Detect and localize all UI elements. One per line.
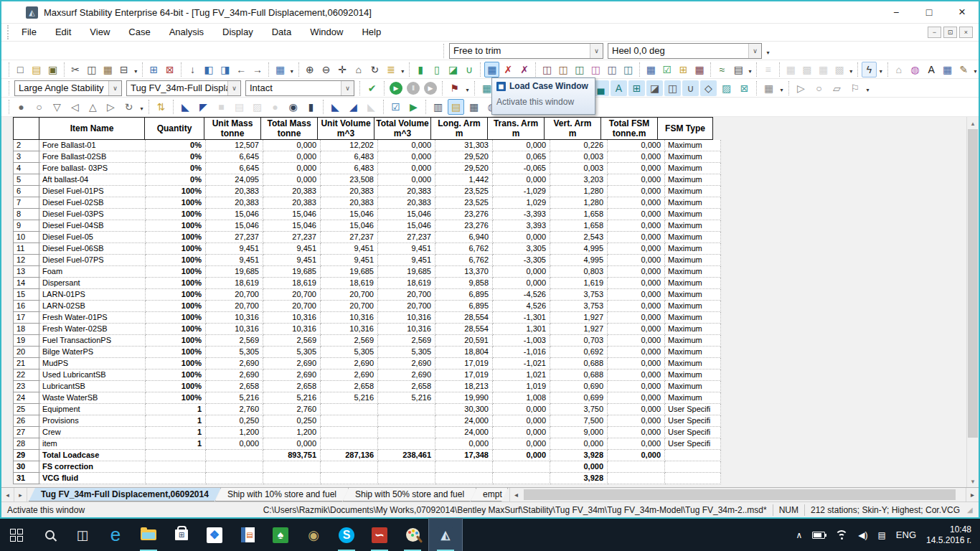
clock[interactable]: 10:48 14.5.2016 г.	[926, 524, 971, 546]
grid-cell[interactable]: 0,003	[550, 163, 608, 174]
fill-x-icon[interactable]: ⊠	[736, 80, 753, 96]
grid-cell[interactable]: Maximum	[665, 140, 721, 151]
grid-cell[interactable]: 100%	[146, 197, 206, 209]
scroll-down-button[interactable]: ▾	[967, 475, 979, 487]
grid-cell[interactable]: 2,543	[550, 232, 608, 243]
grid-cell[interactable]: 23,525	[435, 186, 493, 197]
grid-cell[interactable]: 0,000	[608, 163, 665, 174]
grid-cell[interactable]: 3,753	[550, 289, 608, 301]
grid-cell[interactable]: Maximum	[665, 197, 721, 209]
grid-cell[interactable]: Maximum	[665, 186, 721, 197]
grid-cell[interactable]: 23,508	[321, 174, 378, 186]
grid-cell[interactable]: 2,569	[263, 335, 321, 347]
scroll-up-button[interactable]: ▴	[967, 117, 979, 129]
row-header-cell[interactable]: 25	[13, 404, 39, 415]
grid-cell[interactable]: 3,928	[550, 473, 608, 484]
grid-cell[interactable]: 100%	[146, 209, 206, 220]
grid-cell[interactable]: 100%	[146, 347, 206, 358]
sheet-tab-2[interactable]: Ship with 50% store and fuel	[343, 488, 476, 501]
grid-cell[interactable]: 0,000	[608, 324, 665, 335]
trim-knife-icon[interactable]: ϟ	[862, 62, 877, 77]
grid-cell[interactable]: 6,762	[435, 243, 493, 255]
grid-cell[interactable]: 18,619	[206, 278, 263, 289]
grid-cell[interactable]: -4,526	[493, 289, 550, 301]
grid-cell[interactable]: 9,451	[263, 255, 321, 266]
grid-cell[interactable]: 27,237	[263, 232, 321, 243]
move-column-left-icon[interactable]: ←	[234, 62, 249, 77]
grid-cell[interactable]: Fresh Water-02SB	[39, 324, 146, 335]
grid-cell[interactable]: 0,000	[608, 427, 665, 438]
grid-group-caret[interactable]: ▾	[847, 62, 854, 77]
column-header-fsm-type[interactable]: FSM Type	[657, 117, 713, 140]
mdi-restore-button[interactable]: ⊡	[943, 27, 957, 38]
analysis-type-select[interactable]: Large Angle Stability∨	[14, 80, 122, 96]
grid-cell[interactable]: 1,927	[550, 312, 608, 324]
grid-cell[interactable]	[665, 461, 721, 473]
grid-cell[interactable]: 20,700	[378, 289, 435, 301]
grid-cell[interactable]: 27,237	[321, 232, 378, 243]
column-header-long-arm[interactable]: Long. Armm	[430, 117, 488, 140]
grid-cell[interactable]: 2,569	[321, 335, 378, 347]
grid-cell[interactable]: 5,305	[263, 347, 321, 358]
reader-app-icon[interactable]: ∽	[363, 519, 396, 551]
grid-cell[interactable]: 0,000	[493, 278, 550, 289]
grid-cell[interactable]: 2,690	[206, 358, 263, 369]
edge-icon[interactable]: e	[99, 519, 132, 551]
table-pencil-icon[interactable]: ✎	[956, 62, 971, 77]
grid-cell[interactable]: 20,700	[206, 289, 263, 301]
grid-cell[interactable]: 29,520	[435, 151, 493, 163]
grid-cell[interactable]: 23,525	[435, 197, 493, 209]
grid-cell[interactable]: Maximum	[665, 174, 721, 186]
home-view-icon[interactable]: ⌂	[351, 62, 366, 77]
grid-cell[interactable]: 24,000	[435, 415, 493, 427]
grid-cell[interactable]: 0,250	[206, 415, 263, 427]
grid-cell[interactable]: 0,000	[608, 392, 665, 404]
grid-cell[interactable]	[608, 473, 665, 484]
row-header-cell[interactable]: 23	[13, 381, 39, 392]
triangle-left-icon[interactable]: ◁	[67, 99, 83, 115]
menu-item-display[interactable]: Display	[213, 24, 263, 41]
boat-waterline-icon[interactable]: ◢	[345, 99, 362, 115]
grid-cell[interactable]: 6,483	[321, 163, 378, 174]
window-badge-icon-2[interactable]: ◫	[556, 62, 571, 77]
grid-cell[interactable]: Crew	[39, 427, 146, 438]
store-icon[interactable]: ⊞	[165, 519, 198, 551]
shape-flag-icon[interactable]: ⚐	[847, 80, 863, 96]
row-header-cell[interactable]: 24	[13, 392, 39, 404]
battery-icon[interactable]	[812, 532, 825, 539]
grid-cell[interactable]: 0,000	[608, 151, 665, 163]
tank-outline-icon[interactable]: ▯	[430, 62, 445, 77]
grid-cell[interactable]: User Specifi	[665, 438, 721, 450]
grid-cell[interactable]: 100%	[146, 278, 206, 289]
grid-cell[interactable]: 15,046	[263, 220, 321, 232]
grid-cell[interactable]: Diesel Fuel-06SB	[39, 243, 146, 255]
grid-cell[interactable]: 2,690	[206, 369, 263, 381]
grid-cell[interactable]: 1	[146, 404, 206, 415]
grid-cell[interactable]: 0,000	[493, 415, 550, 427]
grid-cell[interactable]: 18,213	[435, 381, 493, 392]
curve-graph-icon[interactable]: ≈	[715, 62, 730, 77]
trim-toolbar-caret[interactable]: ▾	[764, 43, 772, 59]
grid-cell[interactable]: Fresh Water-01PS	[39, 312, 146, 324]
tab-scroll-left-button[interactable]: ◂	[1, 488, 14, 501]
sheet-tab-1[interactable]: Ship with 10% store and fuel	[215, 488, 349, 501]
grid-cell[interactable]: Maximum	[665, 301, 721, 312]
file-explorer-icon[interactable]	[132, 519, 165, 551]
grid-cell[interactable]: -0,065	[493, 163, 550, 174]
grid-cell[interactable]: 23,276	[435, 220, 493, 232]
grid-cell[interactable]: 2,569	[378, 335, 435, 347]
grid-cell[interactable]: -1,029	[493, 186, 550, 197]
grid-cell[interactable]: 0,000	[493, 140, 550, 151]
close-button[interactable]: ×	[946, 1, 979, 23]
hscroll-left-button[interactable]: ◂	[509, 488, 522, 501]
grid-cell[interactable]: 0,000	[493, 404, 550, 415]
grid-cell[interactable]: -3,305	[493, 255, 550, 266]
grid-cell[interactable]: 0,000	[608, 438, 665, 450]
grid-cell[interactable]: 9,858	[435, 278, 493, 289]
grid-cell[interactable]: 0,000	[608, 255, 665, 266]
grid-cell[interactable]: 2,690	[378, 358, 435, 369]
grid-cell[interactable]: 28,554	[435, 324, 493, 335]
grid-cell[interactable]: 0,803	[550, 266, 608, 278]
grid-cell[interactable]: 100%	[146, 335, 206, 347]
grid-cell[interactable]	[321, 427, 378, 438]
